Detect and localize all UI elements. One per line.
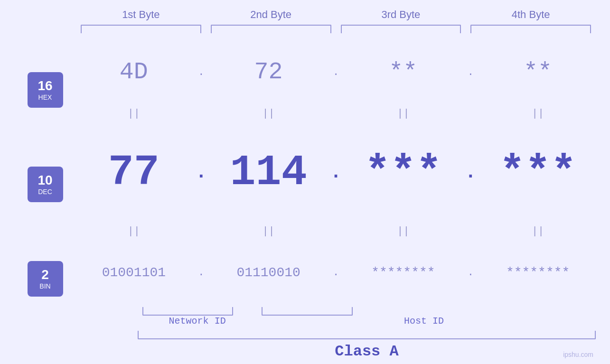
dec-b1-val: 77 xyxy=(108,149,160,197)
dec-b1: 77 xyxy=(76,151,192,194)
top-brackets xyxy=(76,25,596,33)
bottom-area: Network ID Host ID Class A xyxy=(138,307,596,364)
eq2-b2: || xyxy=(211,225,327,237)
bin-base-num: 2 xyxy=(41,268,49,282)
bracket-cell-1 xyxy=(76,25,206,33)
host-id-label: Host ID xyxy=(252,316,596,327)
dec-b2-val: 114 xyxy=(230,149,307,197)
hex-badge: 16 HEX xyxy=(28,72,63,108)
hex-row: 4D . 72 . ** . ** xyxy=(76,38,596,107)
data-columns: 4D . 72 . ** . ** || || xyxy=(76,38,596,364)
eq1-b1: || xyxy=(76,108,192,120)
network-id-label: Network ID xyxy=(138,316,252,327)
hex-sep3: . xyxy=(461,66,480,78)
bin-b3-val: ******** xyxy=(371,265,435,280)
hex-b2-val: 72 xyxy=(254,58,283,85)
hex-b3-val: ** xyxy=(389,58,417,85)
hex-b2: 72 xyxy=(211,60,327,84)
bot-bracket-cell-4 xyxy=(496,307,596,316)
bin-b2-val: 01110010 xyxy=(236,265,300,280)
hex-b4: ** xyxy=(480,60,596,84)
dec-row: 77 . 114 . *** . *** xyxy=(76,121,596,224)
bracket-1 xyxy=(81,25,201,33)
dec-base-num: 10 xyxy=(38,173,52,188)
dec-b4-val: *** xyxy=(499,149,576,197)
hex-b1-val: 4D xyxy=(120,58,148,85)
bin-badge: 2 BIN xyxy=(28,261,63,297)
bin-sep2: . xyxy=(327,267,346,279)
byte2-header: 2nd Byte xyxy=(206,9,336,21)
eq1-b3: || xyxy=(346,108,461,120)
full-bottom-bracket xyxy=(138,331,596,339)
main-container: 1st Byte 2nd Byte 3rd Byte 4th Byte 16 H… xyxy=(0,0,610,364)
bracket-cell-4 xyxy=(466,25,596,33)
rows-area: 16 HEX 10 DEC 2 BIN 4D . 72 xyxy=(14,38,596,364)
byte-headers: 1st Byte 2nd Byte 3rd Byte 4th Byte xyxy=(76,0,596,21)
eq-row-1: || || || || xyxy=(76,107,596,121)
dec-b3-val: *** xyxy=(365,149,441,197)
dec-b4: *** xyxy=(480,151,596,194)
class-label: Class A xyxy=(138,343,596,360)
hex-sep2: . xyxy=(327,66,346,78)
eq2-b1: || xyxy=(76,225,192,237)
eq1-b2: || xyxy=(211,108,327,120)
bracket-3 xyxy=(341,25,461,33)
eq2-b4: || xyxy=(480,225,596,237)
bracket-4 xyxy=(470,25,591,33)
dec-b2: 114 xyxy=(211,151,327,194)
dec-base-label: DEC xyxy=(38,188,52,196)
bracket-2 xyxy=(211,25,331,33)
bin-b1: 01001101 xyxy=(76,265,192,280)
byte3-header: 3rd Byte xyxy=(336,9,466,21)
bracket-cell-3 xyxy=(336,25,466,33)
hex-base-num: 16 xyxy=(38,79,52,93)
hex-b4-val: ** xyxy=(524,58,552,85)
bracket-cell-2 xyxy=(206,25,336,33)
bin-b1-val: 01001101 xyxy=(102,265,166,280)
bin-b3: ******** xyxy=(346,265,461,280)
bin-b4: ******** xyxy=(480,265,596,280)
bot-bracket-cell-3 xyxy=(376,307,477,316)
bot-bracket-1 xyxy=(142,307,233,316)
label-column: 16 HEX 10 DEC 2 BIN xyxy=(14,38,76,364)
hex-b3: ** xyxy=(346,60,461,84)
bin-base-label: BIN xyxy=(39,282,50,290)
dec-sep1: . xyxy=(192,162,211,183)
bin-row: 01001101 . 01110010 . ******** . *******… xyxy=(76,238,596,307)
bin-sep3: . xyxy=(461,267,480,279)
bin-b4-val: ******** xyxy=(506,265,570,280)
dec-badge: 10 DEC xyxy=(28,167,63,202)
dec-sep3: . xyxy=(461,162,480,183)
byte1-header: 1st Byte xyxy=(76,9,206,21)
bin-sep1: . xyxy=(192,267,211,279)
bot-bracket-cell-2 xyxy=(257,307,357,316)
dec-b3: *** xyxy=(346,151,461,194)
hex-base-label: HEX xyxy=(38,93,52,101)
dec-sep2: . xyxy=(327,162,346,183)
hex-b1: 4D xyxy=(76,60,192,84)
watermark: ipshu.com xyxy=(563,351,593,358)
eq2-b3: || xyxy=(346,225,461,237)
eq1-b4: || xyxy=(480,108,596,120)
hex-sep1: . xyxy=(192,66,211,78)
eq-row-2: || || || || xyxy=(76,224,596,238)
bottom-brackets xyxy=(138,307,596,316)
byte4-header: 4th Byte xyxy=(466,9,596,21)
bot-bracket-cell-1 xyxy=(138,307,238,316)
bin-b2: 01110010 xyxy=(211,265,327,280)
bot-bracket-2 xyxy=(262,307,352,316)
